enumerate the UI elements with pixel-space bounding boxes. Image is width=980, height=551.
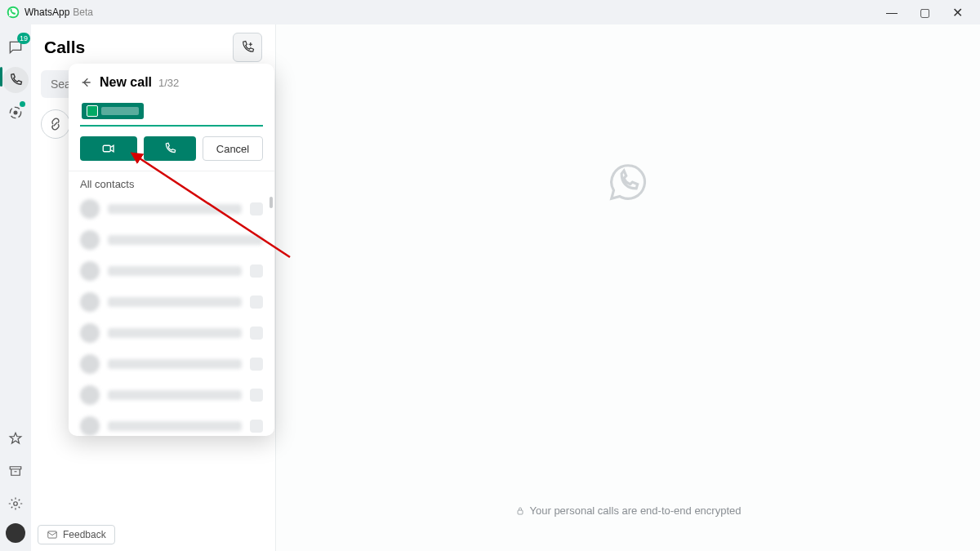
svg-point-2 — [14, 111, 18, 115]
rail-calls-button[interactable] — [2, 67, 29, 93]
svg-point-3 — [14, 502, 18, 506]
status-dot — [20, 101, 25, 107]
rail-chats-button[interactable]: 19 — [2, 34, 29, 60]
window-maximize-button[interactable]: ▢ — [908, 0, 941, 24]
rail-status-button[interactable] — [2, 100, 29, 126]
checkbox[interactable] — [250, 295, 263, 309]
checkbox[interactable] — [250, 420, 263, 433]
video-call-button[interactable] — [80, 136, 137, 161]
cancel-button[interactable]: Cancel — [203, 136, 263, 161]
feedback-button[interactable]: Feedback — [38, 525, 115, 544]
video-icon — [101, 141, 116, 156]
window-minimize-button[interactable]: — — [875, 0, 908, 24]
checkbox[interactable] — [250, 358, 263, 371]
empty-state: Your personal calls are end-to-end encry… — [276, 24, 980, 551]
list-item[interactable] — [69, 256, 274, 287]
app-name: WhatsApp — [24, 7, 69, 18]
feedback-label: Feedback — [63, 529, 106, 540]
star-icon — [8, 431, 23, 446]
chip-name-redacted — [101, 107, 139, 115]
checkbox[interactable] — [250, 202, 263, 216]
list-item[interactable] — [69, 349, 274, 380]
checkbox[interactable] — [250, 327, 263, 340]
whatsapp-logo-icon — [7, 6, 20, 19]
svg-rect-6 — [103, 145, 110, 152]
phone-icon — [8, 73, 23, 87]
back-button[interactable] — [80, 76, 93, 89]
rail-settings-button[interactable] — [2, 491, 29, 517]
rail-profile-avatar[interactable] — [6, 523, 25, 543]
whatsapp-outline-icon — [606, 160, 650, 204]
call-link-button[interactable] — [41, 109, 70, 139]
phone-icon — [163, 142, 176, 155]
list-item[interactable] — [69, 411, 274, 436]
scrollbar-thumb[interactable] — [270, 197, 273, 208]
recipient-input[interactable] — [80, 98, 263, 127]
encryption-note: Your personal calls are end-to-end encry… — [515, 504, 742, 517]
list-item[interactable] — [69, 380, 274, 411]
contacts-list — [69, 193, 274, 436]
encryption-text: Your personal calls are end-to-end encry… — [530, 504, 742, 517]
rail-starred-button[interactable] — [2, 425, 29, 451]
chip-avatar — [87, 105, 98, 117]
link-icon — [48, 117, 63, 131]
list-item[interactable] — [69, 287, 274, 318]
svg-rect-5 — [518, 510, 523, 514]
titlebar: WhatsApp Beta — ▢ ✕ — [0, 0, 980, 24]
checkbox[interactable] — [250, 264, 263, 278]
new-call-popup: New call 1/32 Cancel All contacts — [69, 64, 274, 436]
svg-rect-4 — [48, 531, 57, 538]
panel-title: Calls — [44, 38, 233, 57]
selected-contact-chip[interactable] — [82, 103, 144, 119]
contacts-section-label: All contacts — [69, 171, 274, 193]
window-close-button[interactable]: ✕ — [941, 0, 973, 24]
selection-count: 1/32 — [158, 77, 179, 89]
popup-title: New call — [100, 75, 152, 90]
arrow-left-icon — [80, 76, 93, 89]
archive-icon — [8, 464, 23, 478]
list-item[interactable] — [69, 224, 274, 256]
chats-badge: 19 — [17, 33, 30, 44]
phone-plus-icon — [240, 40, 255, 55]
sidebar-rail: 19 — [0, 24, 31, 551]
gear-icon — [8, 496, 23, 511]
rail-archive-button[interactable] — [2, 458, 29, 484]
app-variant: Beta — [73, 7, 93, 18]
mail-icon — [47, 529, 58, 540]
list-item[interactable] — [69, 193, 274, 224]
voice-call-button[interactable] — [144, 136, 196, 161]
checkbox[interactable] — [250, 389, 263, 402]
status-icon — [7, 104, 24, 121]
lock-icon — [515, 506, 525, 516]
new-call-button[interactable] — [233, 33, 262, 62]
cancel-label: Cancel — [216, 143, 249, 155]
list-item[interactable] — [69, 318, 274, 349]
